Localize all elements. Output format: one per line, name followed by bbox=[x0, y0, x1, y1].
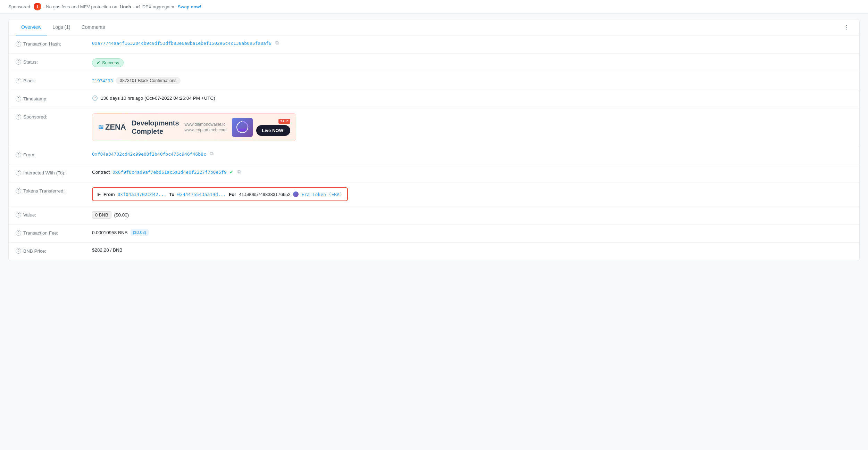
block-number-link[interactable]: 21974293 bbox=[92, 78, 113, 83]
value-value: 0 BNB ($0.00) bbox=[92, 211, 852, 219]
verified-icon: ✔ bbox=[229, 169, 234, 175]
token-amount: 41.590657498383176652 bbox=[239, 192, 290, 197]
label-transaction-fee: ? Transaction Fee: bbox=[16, 229, 92, 236]
more-options-button[interactable]: ⋮ bbox=[841, 21, 852, 34]
label-timestamp: ? Timestamp: bbox=[16, 95, 92, 101]
fee-usd-badge: ($0.03) bbox=[131, 229, 149, 236]
value-transaction-hash: 0xa77744aa4f163204cb9c9df53dfb83e6a8ba1e… bbox=[92, 40, 852, 46]
row-interacted-with: ? Interacted With (To): Contract 0x6f9f0… bbox=[9, 164, 859, 182]
help-icon-value[interactable]: ? bbox=[16, 212, 21, 218]
ad-urls: www.diamondwallet.io www.cryptomerch.com bbox=[185, 122, 227, 132]
value-bnb-price: $282.28 / BNB bbox=[92, 247, 852, 253]
token-to-address[interactable]: 0x44475543aa19d... bbox=[177, 192, 226, 197]
value-timestamp: 🕐 136 days 10 hrs ago (Oct-07-2022 04:26… bbox=[92, 95, 852, 101]
row-value: ? Value: 0 BNB ($0.00) bbox=[9, 206, 859, 224]
help-icon-timestamp[interactable]: ? bbox=[16, 96, 21, 101]
ad-sale-badge: SALE bbox=[278, 119, 290, 124]
ad-live-button[interactable]: Live NOW! bbox=[256, 125, 290, 136]
copy-hash-icon[interactable]: ⧉ bbox=[274, 40, 280, 46]
value-status: ✔ Success bbox=[92, 58, 852, 67]
help-icon-bnb-price[interactable]: ? bbox=[16, 248, 21, 254]
row-from: ? From: 0xf04a34702cd42c99e08f2b40fbc475… bbox=[9, 146, 859, 164]
sponsored-label: Sponsored: bbox=[8, 4, 32, 9]
copy-from-icon[interactable]: ⧉ bbox=[209, 151, 215, 157]
sponsored-text: - No gas fees and MEV protection on bbox=[43, 4, 117, 9]
row-block: ? Block: 21974293 3873101 Block Confirma… bbox=[9, 72, 859, 90]
bnb-amount-badge: 0 BNB bbox=[92, 211, 111, 219]
ad-tagline: DevelopmentsComplete bbox=[132, 119, 179, 136]
transaction-hash-link[interactable]: 0xa77744aa4f163204cb9c9df53dfb83e6a8ba1e… bbox=[92, 41, 272, 46]
sponsored-brand: 1inch bbox=[119, 4, 131, 9]
label-transaction-hash: ? Transaction Hash: bbox=[16, 40, 92, 47]
value-interacted-with: Contract 0x6f9f0c4ad9af7ebd61ac5a1d4e0f2… bbox=[92, 169, 852, 175]
row-status: ? Status: ✔ Success bbox=[9, 54, 859, 72]
row-transaction-hash: ? Transaction Hash: 0xa77744aa4f163204cb… bbox=[9, 35, 859, 54]
ad-mockup-image bbox=[232, 118, 253, 137]
row-timestamp: ? Timestamp: 🕐 136 days 10 hrs ago (Oct-… bbox=[9, 90, 859, 108]
help-icon-hash[interactable]: ? bbox=[16, 41, 21, 47]
label-interacted-with: ? Interacted With (To): bbox=[16, 169, 92, 175]
help-icon-interacted[interactable]: ? bbox=[16, 170, 21, 175]
svg-rect-1 bbox=[238, 129, 247, 131]
label-status: ? Status: bbox=[16, 58, 92, 65]
sponsored-cta[interactable]: Swap now! bbox=[178, 4, 201, 9]
label-sponsored: ? Sponsored: bbox=[16, 113, 92, 120]
label-from: ? From: bbox=[16, 151, 92, 157]
label-tokens-transferred: ? Tokens Transferred: bbox=[16, 187, 92, 194]
oneinch-logo: 1 bbox=[34, 3, 41, 10]
tab-overview[interactable]: Overview bbox=[16, 19, 47, 35]
help-icon-from[interactable]: ? bbox=[16, 152, 21, 157]
for-label: For bbox=[229, 192, 236, 197]
from-address-link[interactable]: 0xf04a34702cd42c99e08f2b40fbc475c946f46b… bbox=[92, 152, 206, 157]
help-icon-fee[interactable]: ? bbox=[16, 230, 21, 236]
status-badge: ✔ Success bbox=[92, 58, 124, 67]
ad-brand: ≋ ZENA bbox=[98, 123, 126, 132]
ad-brand-name: ZENA bbox=[105, 123, 126, 132]
clock-icon: 🕐 bbox=[92, 95, 98, 101]
zena-icon: ≋ bbox=[98, 123, 104, 131]
token-name-link[interactable]: Era Token (ERA) bbox=[301, 192, 342, 197]
value-block: 21974293 3873101 Block Confirmations bbox=[92, 77, 852, 84]
tab-comments[interactable]: Comments bbox=[76, 19, 111, 35]
copy-contract-icon[interactable]: ⧉ bbox=[236, 169, 242, 175]
help-icon-tokens[interactable]: ? bbox=[16, 188, 21, 194]
help-icon-block[interactable]: ? bbox=[16, 78, 21, 83]
token-logo-icon bbox=[293, 191, 299, 197]
arrow-icon: ▶ bbox=[98, 192, 101, 197]
help-icon-sponsored[interactable]: ? bbox=[16, 114, 21, 120]
tokens-transfer-box: ▶ From 0xf04a34702cd42... To 0x44475543a… bbox=[92, 187, 348, 201]
sponsored-rest: - #1 DEX aggregator. bbox=[133, 4, 176, 9]
from-label: From bbox=[103, 192, 115, 197]
row-tokens-transferred: ? Tokens Transferred: ▶ From 0xf04a34702… bbox=[9, 182, 859, 206]
contract-address-link[interactable]: 0x6f9f0c4ad9af7ebd61ac5a1d4e0f2227f7b0e5… bbox=[112, 170, 227, 175]
to-label: To bbox=[169, 192, 174, 197]
usd-value: ($0.00) bbox=[114, 212, 129, 218]
label-block: ? Block: bbox=[16, 77, 92, 83]
ad-image-section: SALE Live NOW! bbox=[232, 118, 290, 137]
fee-bnb-amount: 0.00010958 BNB bbox=[92, 230, 128, 235]
value-sponsored: ≋ ZENA DevelopmentsComplete www.diamondw… bbox=[92, 113, 852, 141]
value-transaction-fee: 0.00010958 BNB ($0.03) bbox=[92, 229, 852, 236]
row-bnb-price: ? BNB Price: $282.28 / BNB bbox=[9, 243, 859, 261]
label-bnb-price: ? BNB Price: bbox=[16, 247, 92, 254]
sponsored-bar: Sponsored: 1 - No gas fees and MEV prote… bbox=[0, 0, 868, 14]
transaction-card: Overview Logs (1) Comments ⋮ ? Transacti… bbox=[8, 19, 860, 261]
sponsored-ad-banner[interactable]: ≋ ZENA DevelopmentsComplete www.diamondw… bbox=[92, 113, 296, 141]
label-value: ? Value: bbox=[16, 211, 92, 218]
confirmations-badge: 3873101 Block Confirmations bbox=[116, 77, 181, 84]
value-from: 0xf04a34702cd42c99e08f2b40fbc475c946f46b… bbox=[92, 151, 852, 157]
row-transaction-fee: ? Transaction Fee: 0.00010958 BNB ($0.03… bbox=[9, 224, 859, 243]
tab-logs[interactable]: Logs (1) bbox=[47, 19, 76, 35]
value-tokens-transferred: ▶ From 0xf04a34702cd42... To 0x44475543a… bbox=[92, 187, 852, 201]
check-icon: ✔ bbox=[97, 60, 100, 65]
tab-bar: Overview Logs (1) Comments ⋮ bbox=[9, 19, 859, 35]
row-sponsored: ? Sponsored: ≋ ZENA DevelopmentsComplete… bbox=[9, 108, 859, 146]
bnb-price-value: $282.28 / BNB bbox=[92, 247, 123, 253]
help-icon-status[interactable]: ? bbox=[16, 59, 21, 65]
token-from-address[interactable]: 0xf04a34702cd42... bbox=[118, 192, 167, 197]
